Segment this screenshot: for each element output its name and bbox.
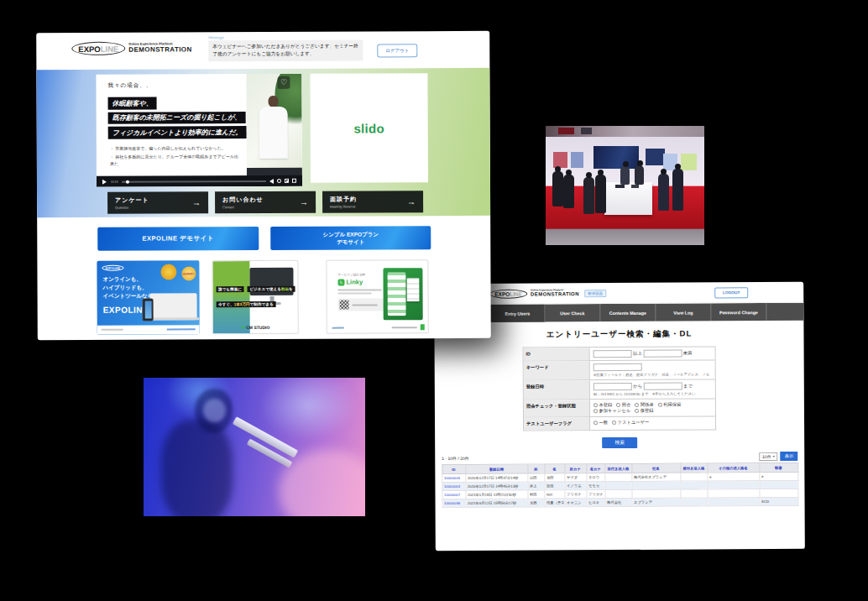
form-row-date: 登録日時 から まで 例：2013/9/1 から 2013/9/30 まで ※年… — [524, 379, 715, 399]
cell-id[interactable]: 10000036 — [442, 499, 466, 507]
column-header: 姓カナ — [564, 464, 586, 473]
column-header: 部署 — [759, 463, 797, 472]
flag-radio[interactable]: 一般 — [593, 420, 608, 426]
player-controls: 04:59 — [97, 175, 302, 187]
simple-expo-plan-button[interactable]: シンプル EXPOプラン デモサイト — [270, 226, 431, 250]
meeting-reserve-button[interactable]: 面談予約 Meeting Reserve → — [322, 191, 423, 213]
hero-section: 我々の場合、、 休眠顧客や、 既存顧客の未開拓ニーズの掘り起こしが、 フィジカル… — [36, 68, 490, 217]
logo-name: DEMONSTRATION — [531, 292, 579, 298]
admin-nav-item[interactable]: Password Change — [711, 303, 766, 321]
expoline-promo-card[interactable]: EXPOLINE オンラインも、 ハイブリッドも、 イベントツールなら EXPO… — [97, 260, 199, 335]
card-logo: EXPOLINE — [102, 265, 123, 271]
admin-nav-item[interactable]: Contents Manage — [600, 304, 656, 321]
column-header: その他の法人格名 — [707, 463, 759, 473]
logout-button[interactable]: LOGOUT — [714, 287, 748, 298]
linky-card[interactable]: サービスご紹介資料 L Linky — [326, 259, 428, 334]
table-row[interactable]: 10000036 2021年6月12日 15時56分17秒 大西 博貴（テスト）… — [442, 497, 798, 507]
logo-line: LINE — [101, 44, 119, 53]
column-header: ID — [442, 464, 465, 473]
presenter-photo — [246, 74, 302, 186]
favorite-icon[interactable]: ♡ — [277, 76, 290, 89]
logo-expo: EXPO — [78, 44, 100, 53]
admin-nav-item[interactable]: View Log — [656, 303, 711, 321]
duotone-photo — [144, 378, 365, 516]
keyword-note: ※対象フィールド：姓名、姓名フリガナ、社名、メールアドレス、メモ — [593, 372, 712, 377]
progress-bar[interactable] — [122, 180, 266, 182]
expoline-demo-button[interactable]: EXPOLINE デモサイト — [97, 227, 259, 251]
message-area: Message 本ウェビナーへご参加いただきありがとうございます。セミナー終了後… — [208, 34, 363, 61]
cell-id[interactable]: 10000003 — [442, 473, 465, 482]
card-label: サービスご紹介資料 — [337, 273, 365, 276]
award-badge — [160, 264, 176, 280]
column-header: 登録日時 — [465, 464, 527, 473]
cm-studio-card[interactable]: 誰でも簡単に ビジネスで使える動画を 今すぐ、1本3万円で制作できる CM ST… — [212, 260, 298, 334]
person-silhouette — [635, 165, 644, 185]
date-to-input[interactable] — [644, 383, 682, 390]
demo-window: EXPOLINE Online Experience Platform DEMO… — [36, 31, 491, 340]
logo-expo: EXPO — [494, 290, 510, 296]
logout-button[interactable]: ログアウト — [377, 44, 417, 57]
admin-nav-item[interactable]: Entry Users — [489, 304, 545, 321]
column-header: 社名 — [631, 463, 680, 473]
expoline-logo: EXPOLINE Online Experience Platform DEMO… — [489, 289, 579, 299]
flag-radio[interactable]: テストユーザー — [612, 420, 649, 426]
status-radio[interactable]: 利用保留 — [658, 402, 682, 408]
linky-icon: L — [337, 279, 344, 285]
person-silhouette — [658, 174, 669, 211]
form-row-keyword: キーワード ※対象フィールド：姓名、姓名フリガナ、社名、メールアドレス、メモ — [524, 359, 715, 379]
page-size-select[interactable]: 10件▾ — [759, 452, 778, 461]
slido-panel[interactable]: slido — [310, 73, 428, 183]
show-button[interactable]: 表示 — [781, 452, 798, 461]
status-radio[interactable]: 仮登録 — [635, 408, 653, 414]
column-header: 姓 — [527, 464, 544, 473]
id-max-input[interactable] — [643, 350, 682, 358]
video-slide: 我々の場合、、 休眠顧客や、 既存顧客の未開拓ニーズの掘り起こしが、 フィジカル… — [96, 74, 247, 187]
logo-line: LINE — [510, 290, 522, 296]
qr-code — [338, 298, 385, 311]
video-player[interactable]: 我々の場合、、 休眠顧客や、 既存顧客の未開拓ニーズの掘り起こしが、 フィジカル… — [96, 74, 302, 187]
results-count: 1 - 10件 / 20件 — [442, 455, 469, 460]
play-icon[interactable] — [102, 179, 107, 184]
card-brand: CM STUDIO — [241, 325, 269, 330]
slide-bullet: 営業担当改革で、偏った内容しか伝えられていなかった。 — [110, 145, 239, 152]
radio-icon — [593, 421, 598, 425]
radio-icon — [635, 409, 639, 413]
person-silhouette — [552, 171, 563, 206]
date-from-input[interactable] — [593, 383, 632, 390]
play-icon — [241, 326, 244, 329]
radio-icon — [635, 403, 639, 407]
person-silhouette — [672, 169, 683, 211]
slide-intro: 我々の場合、、 — [107, 81, 246, 90]
slido-logo: slido — [353, 121, 384, 135]
id-min-input[interactable] — [593, 350, 632, 358]
chevron-down-icon: ▾ — [773, 454, 775, 458]
fullscreen-icon[interactable] — [292, 179, 296, 183]
form-row-id: ID 以上 未満 — [524, 347, 715, 360]
booth-screen — [593, 146, 640, 169]
arrow-icon: → — [407, 197, 416, 206]
arrow-icon: → — [192, 198, 201, 207]
cell-id[interactable]: 10000007 — [442, 490, 465, 499]
slide-highlight: 休眠顧客や、 — [108, 97, 157, 110]
search-button[interactable]: 検索 — [602, 437, 637, 448]
contact-button[interactable]: お問い合わせ Contact → — [215, 191, 316, 214]
cell-id[interactable]: 10000004 — [442, 482, 465, 490]
booth-screen — [646, 149, 665, 165]
keyword-input[interactable] — [593, 363, 642, 371]
settings-icon[interactable] — [277, 179, 281, 183]
person-silhouette — [595, 175, 606, 213]
phone-mockup — [143, 299, 154, 321]
radio-icon — [612, 421, 616, 425]
results-bar: 1 - 10件 / 20件 10件▾ 表示 — [442, 452, 797, 463]
column-header: 後付き法人格 — [680, 463, 707, 473]
questionnaire-button[interactable]: アンケート Question → — [107, 191, 208, 214]
admin-nav-item[interactable]: User Check — [545, 304, 600, 321]
column-header: 名カナ — [586, 464, 604, 473]
form-row-flag: テストユーザーフラグ 一般テストユーザー — [524, 415, 715, 430]
status-radio[interactable]: 参加キャンセル — [593, 408, 630, 414]
pip-icon[interactable] — [285, 179, 289, 183]
volume-icon[interactable] — [269, 178, 274, 183]
laptop-mockup — [150, 293, 197, 320]
search-form: ID 以上 未満 キーワード ※対象フィールド：姓名、姓名フリガナ、社名、メール… — [523, 346, 717, 431]
column-header: 前付き法人格 — [604, 463, 631, 473]
